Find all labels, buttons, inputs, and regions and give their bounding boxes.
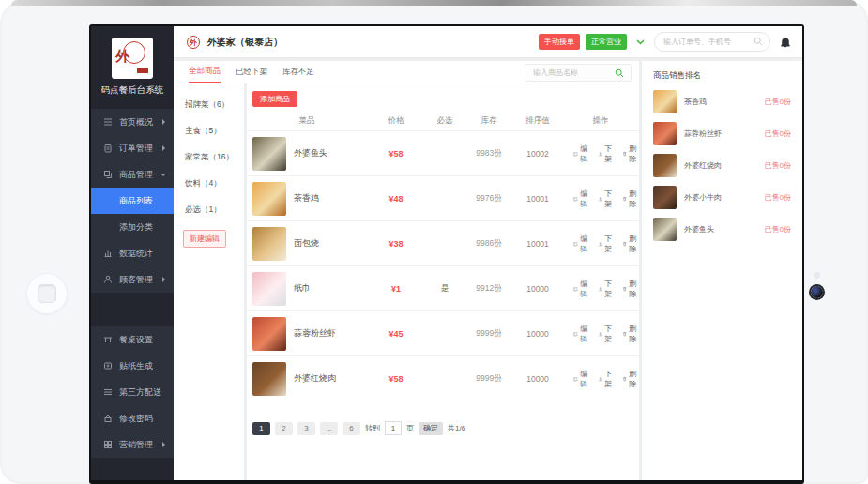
dish-stock: 9999份	[464, 373, 513, 385]
sidebar-item-data-statistics[interactable]: 数据统计	[91, 240, 174, 266]
dish-sort-value: 10000	[513, 374, 562, 384]
ranking-name: 蒜蓉粉丝虾	[684, 129, 765, 139]
delete-button[interactable]: 删除	[622, 234, 639, 254]
home-button[interactable]	[26, 273, 68, 314]
dish-stock: 9976份	[464, 193, 513, 204]
goto-page-input[interactable]	[385, 421, 402, 435]
search-icon[interactable]	[754, 37, 763, 46]
ranking-photo	[653, 186, 677, 209]
table-row: 茶香鸡 ¥48 9976份 10001 编辑 下架 删除	[247, 175, 639, 220]
delete-button[interactable]: 删除	[622, 189, 639, 209]
category-staple-food[interactable]: 主食（5）	[174, 117, 244, 144]
sidebar: 外 码点餐后台系统 首页概况 订单管理 商品管理 商品列表 添加分类	[91, 26, 174, 480]
sidebar-item-add-category[interactable]: 添加分类	[91, 214, 174, 240]
dish-name: 外婆鱼头	[294, 147, 327, 159]
table-rows: 外婆鱼头 ¥58 9983份 10002 编辑 下架 删除 茶香鸡 ¥48 99…	[247, 130, 639, 401]
delete-button[interactable]: 删除	[622, 324, 639, 344]
dish-sort-value: 10001	[513, 239, 562, 249]
order-search-input[interactable]	[655, 38, 750, 46]
status-chevron-down-icon[interactable]	[636, 39, 645, 45]
sidebar-item-change-password[interactable]: 修改密码	[91, 405, 174, 431]
sidebar-item-order-management[interactable]: 订单管理	[91, 135, 174, 161]
dish-name: 纸巾	[294, 282, 311, 295]
edit-button[interactable]: 编辑	[573, 144, 590, 164]
category-home-dishes[interactable]: 家常菜（16）	[174, 144, 244, 170]
product-search-box	[525, 64, 632, 82]
dish-photo	[252, 182, 286, 216]
sidebar-item-table-settings[interactable]: 餐桌设置	[91, 326, 174, 353]
logo-stamp	[137, 68, 148, 73]
sidebar-item-customer-management[interactable]: 顾客管理	[91, 266, 174, 293]
ranking-sold: 已售0份	[765, 97, 791, 107]
dish-sort-value: 10001	[513, 194, 562, 204]
edit-button[interactable]: 编辑	[573, 369, 590, 389]
off-shelf-button[interactable]: 下架	[598, 234, 615, 254]
category-panel: 招牌菜（6） 主食（5） 家常菜（16） 饮料（4） 必选（1） 新建编辑	[174, 83, 244, 480]
tab-all-products[interactable]: 全部商品	[189, 60, 221, 83]
manual-order-button[interactable]: 手动接单	[539, 34, 580, 50]
off-shelf-button[interactable]: 下架	[598, 324, 615, 344]
delete-button[interactable]: 删除	[622, 144, 639, 164]
page-button-2[interactable]: 2	[275, 422, 293, 435]
ranking-photo	[653, 154, 677, 177]
pagination: 1 2 3 ... 6 转到 页 确定 共1/6	[252, 421, 465, 435]
sidebar-item-product-list[interactable]: 商品列表	[91, 188, 174, 214]
ranking-item: 外婆红烧肉 已售0份	[642, 149, 802, 181]
sidebar-item-marketing-management[interactable]: 营销管理	[91, 431, 174, 458]
page-button-6[interactable]: 6	[343, 422, 360, 435]
off-shelf-button[interactable]: 下架	[598, 369, 615, 389]
sidebar-menu-main: 首页概况 订单管理 商品管理 商品列表 添加分类 数据统计 顾客	[91, 109, 174, 293]
business-status-button[interactable]: 正常营业	[586, 34, 627, 50]
sticker-icon	[103, 361, 113, 371]
delete-button[interactable]: 删除	[622, 279, 639, 299]
dish-price: ¥58	[367, 374, 425, 384]
page-button-3[interactable]: 3	[297, 422, 315, 435]
dish-price: ¥48	[367, 194, 425, 204]
sidebar-menu-secondary: 餐桌设置 贴纸生成 第三方配送 修改密码 营销管理	[91, 326, 174, 458]
table-row: 蒜蓉粉丝虾 ¥45 9999份 10000 编辑 下架 删除	[247, 310, 639, 355]
sidebar-item-product-management[interactable]: 商品管理	[91, 161, 174, 188]
category-required[interactable]: 必选（1）	[174, 196, 244, 222]
off-shelf-button[interactable]: 下架	[598, 189, 615, 209]
category-signature-dishes[interactable]: 招牌菜（6）	[174, 91, 244, 117]
ranking-name: 外婆红烧肉	[684, 160, 765, 171]
tab-off-shelf[interactable]: 已经下架	[236, 61, 267, 83]
edit-button[interactable]: 编辑	[573, 279, 590, 299]
product-search-icon[interactable]	[615, 68, 624, 78]
product-search-input[interactable]	[525, 68, 614, 78]
notification-bell-icon[interactable]	[780, 37, 791, 48]
ranking-name: 外婆鱼头	[684, 224, 765, 234]
sidebar-item-third-party-delivery[interactable]: 第三方配送	[91, 379, 174, 405]
order-search-box	[654, 32, 770, 52]
confirm-page-button[interactable]: 确定	[419, 422, 443, 435]
page-button-1[interactable]: 1	[252, 422, 270, 435]
new-edit-button[interactable]: 新建编辑	[183, 230, 226, 248]
ranking-photo	[653, 122, 677, 145]
off-shelf-button[interactable]: 下架	[598, 144, 615, 164]
store-name: 外婆家（银泰店）	[207, 36, 282, 49]
home-button-square	[38, 284, 56, 303]
grid-icon	[103, 440, 113, 449]
delete-button[interactable]: 删除	[622, 369, 639, 389]
ranking-photo	[653, 90, 677, 113]
table-header: 菜品 价格 必选 库存 排序值 操作	[247, 112, 639, 130]
category-drinks[interactable]: 饮料（4）	[174, 170, 244, 196]
ranking-item: 茶香鸡 已售0份	[642, 85, 802, 117]
edit-button[interactable]: 编辑	[573, 189, 590, 209]
sidebar-item-home-overview[interactable]: 首页概况	[91, 109, 174, 135]
edit-button[interactable]: 编辑	[573, 324, 590, 344]
table-row: 外婆红烧肉 ¥58 9999份 10000 编辑 下架 删除	[247, 355, 639, 401]
tab-low-stock[interactable]: 库存不足	[282, 61, 314, 83]
ranking-item: 蒜蓉粉丝虾 已售0份	[642, 117, 802, 149]
chevron-right-icon	[162, 277, 165, 282]
add-product-button[interactable]: 添加商品	[252, 91, 297, 107]
ranking-name: 外婆小牛肉	[684, 192, 765, 203]
store-seal-icon: 外	[187, 36, 200, 49]
edit-button[interactable]: 编辑	[573, 234, 590, 254]
order-icon	[103, 144, 113, 153]
overview-icon	[103, 117, 113, 127]
sidebar-item-sticker-generation[interactable]: 贴纸生成	[91, 353, 174, 379]
page-total: 共1/6	[448, 423, 465, 433]
product-table-panel: 添加商品 菜品 价格 必选 库存 排序值 操作 外婆鱼头 ¥58 9983份 1…	[247, 83, 639, 480]
off-shelf-button[interactable]: 下架	[598, 279, 615, 299]
